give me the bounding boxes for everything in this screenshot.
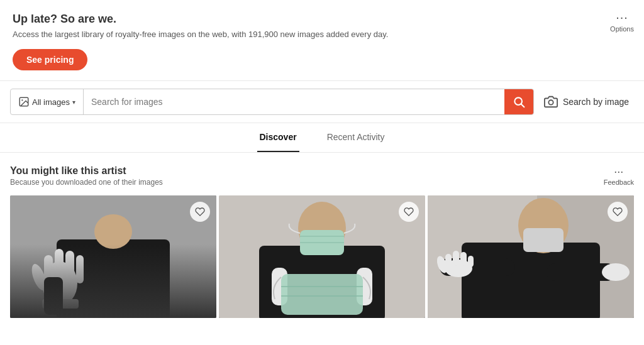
svg-rect-7 — [94, 214, 132, 249]
image-card-1[interactable] — [10, 195, 216, 318]
feedback-button[interactable]: ··· Feedback — [604, 165, 634, 186]
svg-rect-35 — [453, 251, 459, 266]
feedback-dots-icon: ··· — [614, 165, 623, 178]
options-button[interactable]: ··· Options — [610, 10, 634, 33]
section-header: You might like this artist Because you d… — [10, 165, 634, 187]
banner-title: Up late? So are we. — [13, 13, 631, 26]
svg-point-40 — [602, 263, 630, 281]
chevron-down-icon: ▾ — [72, 99, 75, 106]
search-by-image-button[interactable]: Search by image — [539, 95, 634, 109]
heart-icon-1 — [195, 207, 205, 217]
search-icon — [513, 96, 525, 108]
tab-discover[interactable]: Discover — [257, 123, 299, 152]
svg-rect-14 — [42, 299, 79, 309]
svg-rect-24 — [281, 274, 363, 315]
filter-label: All images — [32, 97, 70, 107]
see-pricing-button[interactable]: See pricing — [13, 49, 87, 70]
svg-rect-36 — [460, 252, 467, 266]
svg-rect-5 — [10, 195, 216, 318]
banner: Up late? So are we. Access the largest l… — [0, 0, 644, 81]
favorite-button-3[interactable] — [608, 202, 628, 222]
svg-rect-31 — [523, 228, 564, 252]
svg-rect-37 — [468, 256, 474, 267]
tab-recent-activity[interactable]: Recent Activity — [325, 123, 387, 152]
svg-rect-12 — [76, 255, 84, 283]
search-bar-container: All images ▾ Search by image — [0, 81, 644, 123]
svg-rect-15 — [44, 277, 63, 315]
banner-subtitle: Access the largest library of royalty-fr… — [13, 30, 631, 39]
options-label: Options — [610, 25, 634, 33]
svg-point-13 — [29, 262, 49, 292]
svg-point-4 — [548, 100, 553, 104]
options-dots-icon: ··· — [616, 10, 628, 25]
camera-search-icon — [544, 95, 558, 109]
svg-rect-9 — [44, 255, 53, 285]
image-grid — [10, 195, 634, 318]
svg-rect-11 — [65, 251, 74, 283]
favorite-button-1[interactable] — [190, 202, 210, 222]
search-input[interactable] — [84, 89, 504, 114]
svg-line-3 — [521, 104, 525, 107]
section-subtitle: Because you downloaded one of their imag… — [10, 178, 163, 187]
artist-section: You might like this artist Because you d… — [0, 153, 644, 318]
section-header-left: You might like this artist Because you d… — [10, 165, 163, 187]
svg-point-8 — [42, 261, 77, 305]
svg-rect-10 — [55, 249, 64, 283]
image-filter-icon — [18, 96, 30, 107]
heart-icon-3 — [613, 207, 623, 217]
svg-point-1 — [21, 99, 23, 101]
favorite-button-2[interactable] — [399, 202, 419, 222]
image-card-3[interactable] — [428, 195, 634, 318]
section-title: You might like this artist — [10, 165, 163, 177]
search-bar: All images ▾ — [10, 89, 534, 115]
image-card-2[interactable] — [219, 195, 425, 318]
feedback-label: Feedback — [604, 178, 634, 186]
heart-icon-2 — [404, 207, 414, 217]
svg-rect-6 — [57, 239, 170, 318]
search-by-image-label: Search by image — [563, 97, 629, 107]
tabs-container: Discover Recent Activity — [0, 123, 644, 153]
search-button[interactable] — [504, 89, 533, 115]
search-filter-dropdown[interactable]: All images ▾ — [11, 89, 84, 114]
